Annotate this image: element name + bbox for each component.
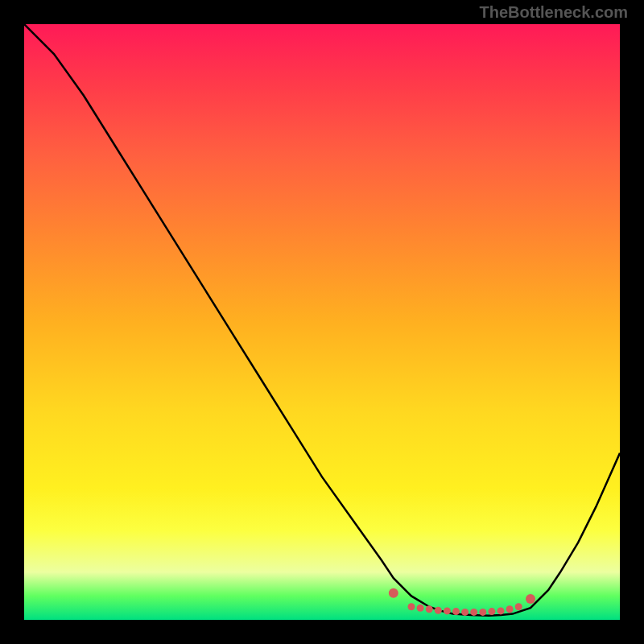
bottleneck-markers-group — [389, 588, 535, 616]
watermark-text: TheBottleneck.com — [480, 3, 628, 22]
marker-dot — [479, 609, 486, 616]
marker-dot — [470, 609, 477, 616]
marker-dot — [497, 607, 505, 614]
marker-dot — [389, 588, 398, 598]
marker-dot — [488, 608, 495, 615]
marker-dot — [452, 608, 460, 615]
marker-dot — [435, 607, 442, 614]
marker-dot — [506, 605, 514, 613]
chart-svg — [24, 24, 620, 620]
marker-dot — [515, 603, 522, 610]
marker-dot — [461, 609, 469, 616]
bottleneck-curve-line — [24, 24, 620, 616]
marker-dot — [444, 607, 451, 614]
marker-dot — [408, 603, 415, 610]
marker-dot — [426, 605, 433, 613]
marker-dot — [417, 605, 424, 612]
marker-dot — [526, 594, 535, 604]
